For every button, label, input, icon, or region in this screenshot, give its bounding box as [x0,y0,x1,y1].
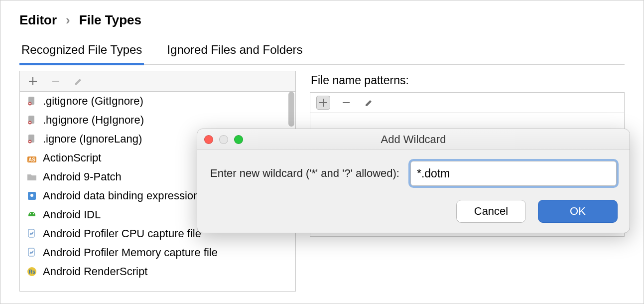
edit-pattern-button[interactable] [362,96,376,110]
svg-text:Rs: Rs [29,269,35,275]
breadcrumb-current: File Types [79,12,141,28]
window-minimize-button [219,135,228,144]
tab-recognized-file-types[interactable]: Recognized File Types [19,43,144,65]
file-icon [26,133,38,145]
dialog-prompt: Enter new wildcard ('*' and '?' allowed)… [210,167,399,180]
list-item[interactable]: Android Profiler Memory capture file [20,243,295,262]
scrollbar-thumb[interactable] [288,92,294,127]
renderscript-icon: Rs [26,266,38,278]
list-item-label: ActionScript [43,152,101,164]
dialog-body: Enter new wildcard ('*' and '?' allowed)… [197,150,630,186]
svg-point-12 [30,194,33,197]
pencil-icon [74,76,84,86]
list-item[interactable]: .gitignore (GitIgnore) [20,92,295,111]
android-icon [26,209,38,221]
wildcard-input[interactable] [410,161,617,186]
list-item-label: .gitignore (GitIgnore) [43,95,143,108]
list-item-label: Android IDL [43,208,101,221]
tab-ignored-files-and-folders[interactable]: Ignored Files and Folders [165,43,304,64]
breadcrumb: Editor › File Types [19,12,625,28]
add-wildcard-dialog: Add Wildcard Enter new wildcard ('*' and… [197,129,630,233]
add-file-type-button[interactable] [26,74,40,88]
list-item-label: Android 9-Patch [43,170,122,183]
minus-icon [341,98,351,108]
svg-text:AS: AS [28,157,35,162]
chevron-right-icon: › [66,12,70,28]
svg-point-13 [30,213,31,214]
patterns-toolbar [310,93,624,113]
remove-file-type-button[interactable] [49,74,63,88]
profiler-icon [26,228,38,240]
svg-rect-8 [29,141,31,142]
traffic-lights [204,135,243,144]
dialog-buttons: Cancel OK [456,200,618,223]
add-pattern-button[interactable] [316,96,330,110]
actionscript-icon: AS [26,152,38,164]
file-icon [26,95,38,107]
folder-icon [26,171,38,183]
android-data-binding-icon [26,190,38,202]
plus-icon [318,98,328,108]
list-item-label: .ignore (IgnoreLang) [43,133,142,146]
breadcrumb-parent[interactable]: Editor [19,12,57,28]
list-item-label: Android Profiler CPU capture file [43,227,201,240]
profiler-icon [26,247,38,259]
list-item-label: Android Profiler Memory capture file [43,246,218,259]
minus-icon [51,76,61,86]
list-item[interactable]: Rs Android RenderScript [20,262,295,281]
window-zoom-button[interactable] [234,135,243,144]
svg-rect-5 [29,122,31,123]
remove-pattern-button[interactable] [339,96,353,110]
cancel-button[interactable]: Cancel [456,200,526,223]
window-close-button[interactable] [204,135,213,144]
plus-icon [28,76,38,86]
dialog-title: Add Wildcard [197,133,630,146]
list-item-label: .hgignore (HgIgnore) [43,114,144,127]
svg-rect-2 [29,103,31,104]
tabs: Recognized File Types Ignored Files and … [19,43,625,65]
file-icon [26,114,38,126]
edit-file-type-button[interactable] [72,74,86,88]
list-item-label: Android data binding expression [43,189,199,202]
pencil-icon [364,98,374,108]
dialog-titlebar[interactable]: Add Wildcard [197,129,630,150]
list-item[interactable]: .hgignore (HgIgnore) [20,111,295,130]
file-types-toolbar [20,71,295,92]
list-item-label: Android RenderScript [43,265,147,278]
svg-point-14 [33,213,34,214]
patterns-label: File name patterns: [311,74,625,87]
ok-button[interactable]: OK [538,200,618,223]
